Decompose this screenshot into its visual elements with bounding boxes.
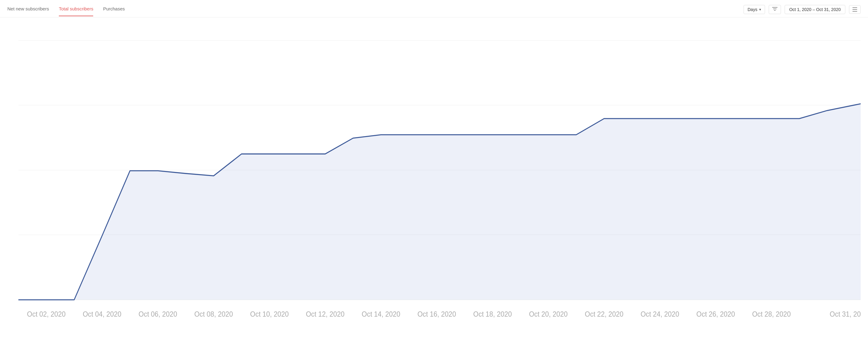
date-range-picker[interactable]: Oct 1, 2020 – Oct 31, 2020 bbox=[785, 5, 845, 14]
chart-container: 16 12 8 4 0 Oc bbox=[0, 18, 868, 339]
x-label-oct18: Oct 18, 2020 bbox=[473, 310, 512, 318]
dashboard-container: Net new subscribers Total subscribers Pu… bbox=[0, 0, 868, 339]
x-label-oct02: Oct 02, 2020 bbox=[27, 310, 66, 318]
filter-icon bbox=[772, 7, 778, 12]
x-label-oct31: Oct 31, 2020 bbox=[830, 310, 861, 318]
menu-button[interactable] bbox=[849, 5, 861, 14]
x-label-oct10: Oct 10, 2020 bbox=[250, 310, 289, 318]
chart-controls: Days ▾ Oct 1, 2020 – Oct 31, 2020 bbox=[744, 5, 861, 17]
chart-area-fill bbox=[19, 104, 861, 300]
x-label-oct26: Oct 26, 2020 bbox=[696, 310, 735, 318]
chevron-down-icon: ▾ bbox=[759, 7, 761, 12]
tab-purchases[interactable]: Purchases bbox=[103, 6, 125, 16]
x-label-oct08: Oct 08, 2020 bbox=[194, 310, 233, 318]
tab-bar: Net new subscribers Total subscribers Pu… bbox=[7, 6, 125, 16]
tab-net-new-subscribers[interactable]: Net new subscribers bbox=[7, 6, 49, 16]
x-label-oct12: Oct 12, 2020 bbox=[306, 310, 344, 318]
x-label-oct24: Oct 24, 2020 bbox=[641, 310, 679, 318]
x-label-oct28: Oct 28, 2020 bbox=[752, 310, 791, 318]
x-label-oct22: Oct 22, 2020 bbox=[585, 310, 623, 318]
x-label-oct20: Oct 20, 2020 bbox=[529, 310, 568, 318]
days-dropdown[interactable]: Days ▾ bbox=[744, 5, 765, 14]
tab-total-subscribers[interactable]: Total subscribers bbox=[59, 6, 93, 16]
x-label-oct16: Oct 16, 2020 bbox=[417, 310, 456, 318]
line-chart: 16 12 8 4 0 Oc bbox=[19, 24, 861, 327]
header: Net new subscribers Total subscribers Pu… bbox=[0, 0, 868, 18]
filter-button[interactable] bbox=[769, 5, 781, 14]
lines-icon bbox=[852, 7, 857, 12]
x-label-oct14: Oct 14, 2020 bbox=[362, 310, 400, 318]
x-label-oct04: Oct 04, 2020 bbox=[83, 310, 121, 318]
x-label-oct06: Oct 06, 2020 bbox=[138, 310, 177, 318]
